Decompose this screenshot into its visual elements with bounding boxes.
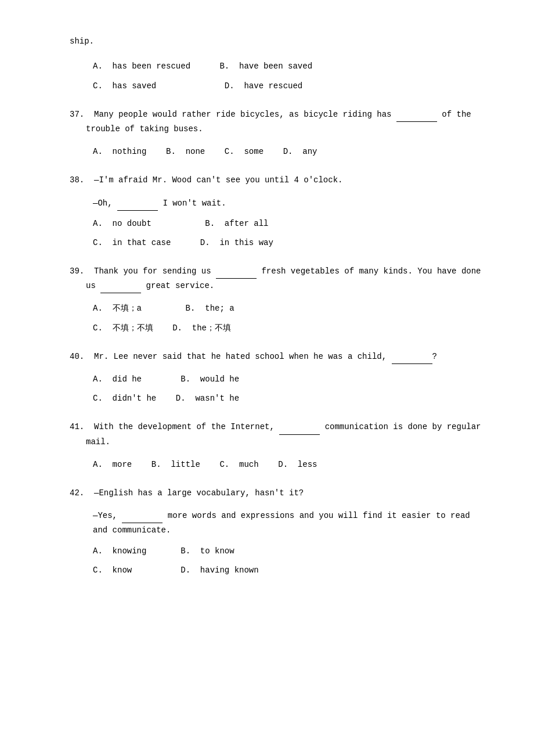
- question-40: 40. Mr. Lee never said that he hated sch…: [70, 350, 488, 406]
- question-42-line1: 42. —English has a large vocabulary, has…: [70, 486, 488, 501]
- option-row-38-1: A. no doubt B. after all: [93, 217, 488, 231]
- option-row-2: C. has saved D. have rescued: [93, 79, 488, 93]
- question-36-options: A. has been rescued B. have been saved C…: [70, 59, 488, 93]
- option-row-37-1: A. nothing B. none C. some D. any: [93, 145, 488, 159]
- option-row-40-2: C. didn't he D. wasn't he: [93, 391, 488, 406]
- option-row-41-1: A. more B. little C. much D. less: [93, 458, 488, 472]
- options-36: A. has been rescued B. have been saved C…: [93, 59, 488, 93]
- question-37-text: 37. Many people would rather ride bicycl…: [70, 107, 488, 136]
- option-row-38-2: C. in that case D. in this way: [93, 236, 488, 250]
- question-40-text: 40. Mr. Lee never said that he hated sch…: [70, 350, 488, 364]
- options-37: A. nothing B. none C. some D. any: [93, 145, 488, 159]
- question-41-text: 41. With the development of the Internet…: [70, 420, 488, 449]
- dialogue-42-text: —Yes, more words and expressions and you…: [93, 509, 488, 538]
- question-41: 41. With the development of the Internet…: [70, 420, 488, 472]
- dialogue-38-response: —Oh, I won't wait.: [93, 196, 488, 211]
- blank-38: [117, 210, 158, 211]
- option-36-a: A. has been rescued B. have been saved: [93, 62, 312, 71]
- options-40: A. did he B. would he C. didn't he D. wa…: [93, 372, 488, 406]
- question-37: 37. Many people would rather ride bicycl…: [70, 107, 488, 160]
- options-42: A. knowing B. to know C. know D. having …: [93, 544, 488, 578]
- option-row-42-2: C. know D. having known: [93, 563, 488, 578]
- option-row-1: A. has been rescued B. have been saved: [93, 59, 488, 74]
- blank-39-2: [100, 293, 141, 293]
- option-36-c: C. has saved D. have rescued: [93, 81, 302, 91]
- question-38-line1: 38. —I'm afraid Mr. Wood can't see you u…: [70, 173, 488, 188]
- question-38-line2: —Oh, I won't wait.: [93, 196, 488, 211]
- question-42-response: —Yes, more words and expressions and you…: [93, 509, 488, 538]
- intro-line: ship.: [70, 35, 488, 48]
- question-39-text: 39. Thank you for sending us fresh veget…: [70, 264, 488, 293]
- options-38: A. no doubt B. after all C. in that case…: [93, 217, 488, 250]
- blank-40: [392, 363, 432, 364]
- blank-37: [396, 121, 437, 122]
- blank-39-1: [216, 278, 257, 279]
- option-row-39-1: A. 不填；a B. the; a: [93, 301, 488, 316]
- blank-41: [279, 434, 320, 435]
- option-row-42-1: A. knowing B. to know: [93, 544, 488, 559]
- question-42: 42. —English has a large vocabulary, has…: [70, 486, 488, 578]
- question-38: 38. —I'm afraid Mr. Wood can't see you u…: [70, 173, 488, 250]
- question-39: 39. Thank you for sending us fresh veget…: [70, 264, 488, 336]
- option-row-39-2: C. 不填；不填 D. the；不填: [93, 321, 488, 336]
- options-41: A. more B. little C. much D. less: [93, 458, 488, 472]
- blank-42: [122, 523, 163, 523]
- options-39: A. 不填；a B. the; a C. 不填；不填 D. the；不填: [93, 301, 488, 335]
- option-row-40-1: A. did he B. would he: [93, 372, 488, 387]
